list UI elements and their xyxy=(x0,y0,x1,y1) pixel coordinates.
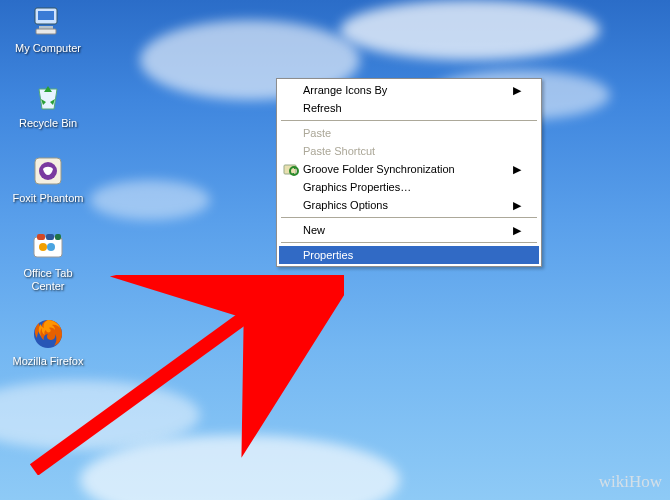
menu-separator xyxy=(281,120,537,121)
menu-item-label: Paste xyxy=(303,127,331,139)
menu-item-paste: Paste xyxy=(279,124,539,142)
cloud-decoration xyxy=(90,180,210,220)
desktop-icon-label: Foxit Phantom xyxy=(13,192,84,205)
svg-rect-1 xyxy=(38,11,54,20)
menu-separator xyxy=(281,242,537,243)
submenu-arrow-icon: ▶ xyxy=(513,163,521,176)
svg-rect-8 xyxy=(46,234,54,240)
menu-item-label: New xyxy=(303,224,325,236)
desktop-context-menu: Arrange Icons By ▶ Refresh Paste Paste S… xyxy=(276,78,542,267)
menu-item-new[interactable]: New ▶ xyxy=(279,221,539,239)
menu-item-groove-sync[interactable]: Groove Folder Synchronization ▶ xyxy=(279,160,539,178)
svg-rect-7 xyxy=(37,234,45,240)
office-tab-icon xyxy=(29,227,67,265)
foxit-icon xyxy=(29,152,67,190)
menu-item-graphics-properties[interactable]: Graphics Properties… xyxy=(279,178,539,196)
cloud-decoration xyxy=(340,0,600,60)
my-computer-icon xyxy=(29,2,67,40)
menu-item-properties[interactable]: Properties xyxy=(279,246,539,264)
svg-rect-9 xyxy=(55,234,61,240)
menu-item-label: Properties xyxy=(303,249,353,261)
menu-item-refresh[interactable]: Refresh xyxy=(279,99,539,117)
desktop-icon-label: Office Tab Center xyxy=(23,267,72,293)
menu-item-label: Graphics Options xyxy=(303,199,388,211)
svg-point-10 xyxy=(39,243,47,251)
desktop-icon-label: My Computer xyxy=(15,42,81,55)
menu-item-label: Refresh xyxy=(303,102,342,114)
menu-item-label: Groove Folder Synchronization xyxy=(303,163,455,175)
svg-point-11 xyxy=(47,243,55,251)
menu-item-label: Graphics Properties… xyxy=(303,181,411,193)
desktop-icon-firefox[interactable]: Mozilla Firefox xyxy=(10,315,86,368)
desktop-icon-my-computer[interactable]: My Computer xyxy=(10,2,86,55)
submenu-arrow-icon: ▶ xyxy=(513,84,521,97)
menu-separator xyxy=(281,217,537,218)
menu-item-label: Arrange Icons By xyxy=(303,84,387,96)
menu-item-graphics-options[interactable]: Graphics Options ▶ xyxy=(279,196,539,214)
desktop-icon-label: Recycle Bin xyxy=(19,117,77,130)
watermark: wikiHow xyxy=(599,472,662,492)
recycle-bin-icon xyxy=(29,77,67,115)
groove-icon xyxy=(283,161,299,177)
firefox-icon xyxy=(29,315,67,353)
desktop-icon-label: Mozilla Firefox xyxy=(13,355,84,368)
desktop-icons: My Computer Recycle Bin Foxit Phantom xyxy=(10,2,86,390)
submenu-arrow-icon: ▶ xyxy=(513,224,521,237)
desktop-icon-foxit[interactable]: Foxit Phantom xyxy=(10,152,86,205)
menu-item-label: Paste Shortcut xyxy=(303,145,375,157)
menu-item-arrange-icons[interactable]: Arrange Icons By ▶ xyxy=(279,81,539,99)
menu-item-paste-shortcut: Paste Shortcut xyxy=(279,142,539,160)
svg-rect-3 xyxy=(36,29,56,34)
submenu-arrow-icon: ▶ xyxy=(513,199,521,212)
desktop-icon-office-tab[interactable]: Office Tab Center xyxy=(10,227,86,293)
desktop-icon-recycle-bin[interactable]: Recycle Bin xyxy=(10,77,86,130)
